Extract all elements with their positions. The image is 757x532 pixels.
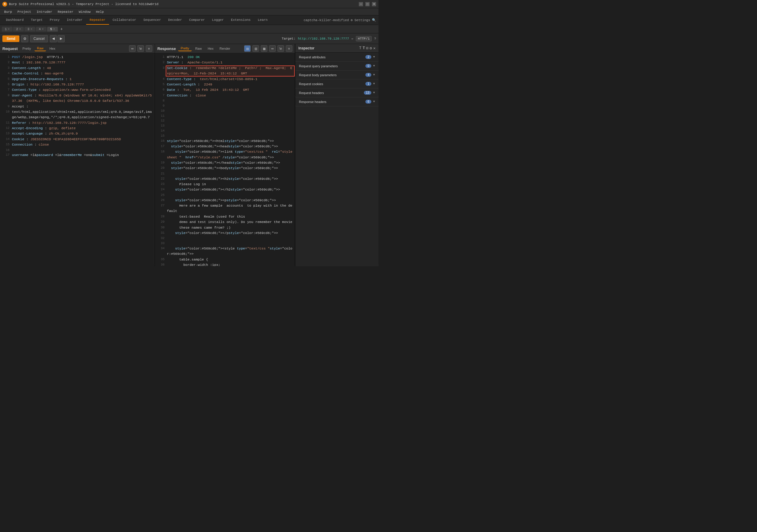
inspector-bold-icon[interactable]: T xyxy=(363,46,365,51)
extra-extension-label: captcha-killer-modified xyxy=(304,18,349,22)
inspector-text-icon[interactable]: T xyxy=(359,46,361,51)
menu-project[interactable]: Project xyxy=(15,10,33,14)
tab-logger[interactable]: Logger xyxy=(208,15,227,25)
menu-help[interactable]: Help xyxy=(94,10,106,14)
send-button[interactable]: Send xyxy=(2,36,19,42)
target-label: Target: xyxy=(282,37,295,41)
response-view-btn1[interactable]: ▤ xyxy=(244,45,251,52)
response-view-btn3[interactable]: ▦ xyxy=(261,45,267,52)
nav-forward-button[interactable]: ▶ xyxy=(57,35,65,42)
response-line: 26 style="color:#569cd6;"><pstyle="color… xyxy=(155,198,295,203)
menu-repeater[interactable]: Repeater xyxy=(55,10,76,14)
inspector-layout-icon[interactable]: ⊟ xyxy=(366,46,369,51)
tab-extensions[interactable]: Extensions xyxy=(227,15,254,25)
request-code-area[interactable]: 1POST /login.jsp HTTP/1.12Host : 192.168… xyxy=(0,53,155,266)
tab-proxy[interactable]: Proxy xyxy=(46,15,63,25)
response-line: 5Content-Length : 2249 xyxy=(155,82,295,87)
tab-dashboard[interactable]: Dashboard xyxy=(2,15,27,25)
response-line: 34 style="color:#569cd6;"><style type="t… xyxy=(155,246,295,257)
settings-icon[interactable]: ⚙ xyxy=(351,18,353,22)
response-line: 16style="color:#569cd6;"><htmlstyle="col… xyxy=(155,138,295,144)
cancel-button[interactable]: Cancel xyxy=(30,35,48,42)
add-tab-button[interactable]: + xyxy=(58,26,64,32)
inspector-settings-icon[interactable]: ⚙ xyxy=(370,46,372,51)
tab-decoder[interactable]: Decoder xyxy=(165,15,185,25)
response-line: 7Connection : close xyxy=(155,93,295,98)
settings-label[interactable]: Settings xyxy=(354,18,370,22)
response-line: 11 xyxy=(155,113,295,119)
request-line: 1POST /login.jsp HTTP/1.1 xyxy=(0,54,155,60)
response-line: 18 style="color:#569cd6;"><link type="te… xyxy=(155,149,295,160)
tab-learn[interactable]: Learn xyxy=(254,15,271,25)
http-version-badge[interactable]: HTTP/1 xyxy=(356,36,372,42)
response-ln-button[interactable]: \n xyxy=(278,45,284,52)
response-line: 29 demo and test installs only). Do you … xyxy=(155,219,295,225)
close-button[interactable]: ✕ xyxy=(372,2,376,6)
inspector-close-icon[interactable]: ✕ xyxy=(373,46,376,51)
response-tab-render[interactable]: Render xyxy=(217,46,232,51)
inspector-request-headers[interactable]: Request headers 13 ▼ xyxy=(295,88,378,98)
request-tab-4[interactable]: 4 ✕ xyxy=(36,27,46,32)
tab-comparer[interactable]: Comparer xyxy=(186,15,209,25)
response-line: 13 xyxy=(155,123,295,128)
tab-target[interactable]: Target xyxy=(27,15,46,25)
nav-tabs: Dashboard Target Proxy Intruder Repeater… xyxy=(0,15,378,25)
response-view-btn2[interactable]: ▥ xyxy=(253,45,259,52)
request-line: 11Referer : http://192.168.79.128:7777/l… xyxy=(0,120,155,126)
main-area: Request Pretty Raw Hex ⇔ \n ≡ 1POST /log… xyxy=(0,44,378,266)
request-tab-1[interactable]: 1 ✕ xyxy=(2,27,13,32)
tab-intruder[interactable]: Intruder xyxy=(63,15,86,25)
request-line: 16 xyxy=(0,148,155,153)
request-menu-button[interactable]: ≡ xyxy=(146,45,152,52)
menu-window[interactable]: Window xyxy=(76,10,93,14)
request-ln-button[interactable]: \n xyxy=(137,45,144,52)
tab-sequencer[interactable]: Sequencer xyxy=(140,15,165,25)
inspector-header: Inspector T T ⊟ ⚙ ✕ xyxy=(295,44,378,53)
inspector-response-headers[interactable]: Response headers 6 ▼ xyxy=(295,98,378,106)
request-tab-3[interactable]: 3 ✕ xyxy=(24,27,35,32)
target-url: http://192.168.79.128:7777 xyxy=(298,37,349,41)
minimize-button[interactable]: ─ xyxy=(359,2,363,6)
response-code-area[interactable]: 1HTTP/1.1 200 OK2Server : Apache-Coyote/… xyxy=(155,53,295,266)
send-options-button[interactable]: ⚙ xyxy=(21,35,28,42)
inspector-query-params[interactable]: Request query parameters 0 ▼ xyxy=(295,62,378,70)
inspector-title: Inspector xyxy=(298,46,315,50)
response-line: 24 style="color:#569cd6;"></h2style="col… xyxy=(155,187,295,192)
request-line: 13Accept-Language : zh-CN,zh;q=0.9 xyxy=(0,131,155,136)
inspector-body-params[interactable]: Request body parameters 4 ▼ xyxy=(295,70,378,79)
response-line: 30 these names came from? ;) xyxy=(155,225,295,231)
response-line: 4Content-Type : text/html;charset=ISO-88… xyxy=(155,76,295,82)
request-tab-5[interactable]: 5 ✕ xyxy=(47,27,58,32)
response-menu-button[interactable]: ≡ xyxy=(286,45,292,52)
toolbar: Send ⚙ Cancel ◀ ▶ Target: http://192.168… xyxy=(0,33,378,44)
nav-back-button[interactable]: ◀ xyxy=(50,35,57,42)
request-tab-2[interactable]: 2 ✕ xyxy=(13,27,24,32)
request-tab-pretty[interactable]: Pretty xyxy=(20,46,33,51)
response-line: 14 xyxy=(155,128,295,133)
edit-target-icon[interactable]: ✏ xyxy=(351,37,353,41)
app-logo: B xyxy=(2,2,7,7)
inspector-cookies[interactable]: Request cookies 1 ▼ xyxy=(295,79,378,88)
menu-intruder[interactable]: Intruder xyxy=(34,10,55,14)
response-line: 35 table.sample { xyxy=(155,257,295,262)
search-icon[interactable]: 🔍 xyxy=(372,18,376,22)
response-line: 2Server : Apache-Coyote/1.1 xyxy=(155,60,295,65)
response-line: 32 xyxy=(155,236,295,241)
http-help-icon[interactable]: ? xyxy=(374,37,376,41)
response-tab-hex[interactable]: Hex xyxy=(205,46,216,51)
response-tab-pretty[interactable]: Pretty xyxy=(178,46,192,51)
menu-burp[interactable]: Burp xyxy=(2,10,14,14)
request-line: 15Connection : close xyxy=(0,142,155,147)
response-wrap-button[interactable]: ⇔ xyxy=(269,45,276,52)
tab-repeater[interactable]: Repeater xyxy=(86,15,109,25)
request-wrap-button[interactable]: ⇔ xyxy=(129,45,136,52)
response-tab-raw[interactable]: Raw xyxy=(193,46,204,51)
request-tab-raw[interactable]: Raw xyxy=(35,46,46,51)
inspector-request-attributes[interactable]: Request attributes 2 ▼ xyxy=(295,53,378,62)
request-line: 6Origin : http://192.168.79.128:7777 xyxy=(0,82,155,87)
tab-collaborator[interactable]: Collaborator xyxy=(109,15,140,25)
request-tab-hex[interactable]: Hex xyxy=(47,46,58,51)
response-line: 36 border-width :1px; xyxy=(155,262,295,266)
request-panel: Request Pretty Raw Hex ⇔ \n ≡ 1POST /log… xyxy=(0,44,155,266)
maximize-button[interactable]: □ xyxy=(365,2,370,6)
